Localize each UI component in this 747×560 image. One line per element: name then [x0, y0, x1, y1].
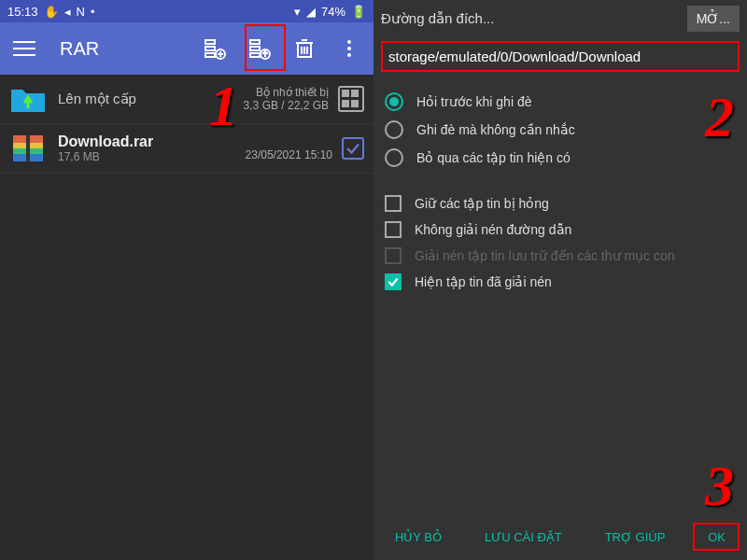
dot-icon: •	[91, 5, 95, 19]
options-group: Hỏi trước khi ghi đè Ghi đè mà không cần…	[374, 76, 747, 307]
hand-icon: ✋	[44, 5, 59, 19]
radio-skip-existing[interactable]: Bỏ qua các tập tin hiện có	[385, 148, 736, 167]
menu-icon[interactable]	[7, 32, 41, 65]
battery-percent: 74%	[321, 5, 345, 19]
up-one-level-row[interactable]: Lên một cấp Bộ nhớ thiết bị 3,3 GB / 22,…	[0, 75, 374, 124]
svg-point-21	[347, 53, 351, 57]
app-bar: RAR	[0, 22, 374, 75]
checkbox-disabled-icon	[385, 247, 402, 264]
storage-label: Bộ nhớ thiết bị	[244, 86, 329, 99]
delete-icon[interactable]	[288, 32, 321, 65]
signal-icon: ◢	[306, 5, 316, 19]
rar-file-icon	[9, 133, 47, 163]
destination-path[interactable]: storage/emulated/0/Download/Download	[381, 41, 740, 72]
svg-rect-3	[205, 40, 215, 44]
wifi-icon: ▾	[294, 5, 301, 19]
svg-rect-2	[13, 54, 35, 56]
check-no-paths[interactable]: Không giải nén đường dẫn	[385, 221, 736, 238]
svg-rect-9	[250, 40, 260, 44]
extract-options-screen: Đường dẫn đích... MỞ... storage/emulated…	[374, 0, 747, 560]
save-settings-button[interactable]: LƯU CÀI ĐẶT	[481, 523, 566, 552]
destination-label: Đường dẫn đích...	[381, 10, 680, 27]
radio-ask-overwrite[interactable]: Hỏi trước khi ghi đè	[385, 92, 736, 111]
radio-unselected-icon	[385, 120, 403, 139]
check-show-extracted[interactable]: Hiện tập tin đã giải nén	[385, 273, 736, 290]
radio-overwrite-no-ask[interactable]: Ghi đè mà không cần nhắc	[385, 120, 736, 139]
radio-label: Hỏi trước khi ghi đè	[416, 94, 531, 109]
radio-label: Ghi đè mà không cần nhắc	[416, 122, 575, 137]
svg-rect-5	[205, 53, 215, 57]
check-subfolders: Giải nén tập tin lưu trữ đến các thư mục…	[385, 247, 736, 264]
radio-label: Bỏ qua các tập tin hiện có	[416, 150, 571, 165]
extract-icon[interactable]	[243, 32, 276, 65]
battery-icon: 🔋	[351, 5, 366, 19]
archive-add-icon[interactable]	[198, 32, 232, 65]
radio-selected-icon	[385, 92, 403, 111]
up-label: Lên một cấp	[58, 91, 244, 107]
file-checkbox[interactable]	[342, 137, 364, 160]
svg-rect-10	[250, 47, 260, 50]
check-keep-broken[interactable]: Giữ các tập tin bị hỏng	[385, 195, 736, 212]
rar-file-list-screen: 15:13 ✋ ◂ N • ▾ ◢ 74% 🔋 RAR	[0, 0, 374, 560]
more-icon[interactable]	[332, 32, 366, 65]
status-bar: 15:13 ✋ ◂ N • ▾ ◢ 74% 🔋	[0, 0, 374, 22]
svg-rect-4	[205, 47, 215, 50]
status-time: 15:13	[7, 5, 38, 19]
open-button[interactable]: MỞ...	[687, 6, 740, 32]
check-label: Giải nén tập tin lưu trữ đến các thư mục…	[415, 248, 675, 263]
svg-rect-27	[26, 135, 30, 161]
file-size: 17,6 MB	[58, 150, 246, 163]
cancel-button[interactable]: HỦY BỎ	[391, 523, 445, 552]
arrow-left-icon: ◂	[64, 5, 71, 19]
app-title: RAR	[60, 38, 187, 60]
svg-rect-11	[250, 53, 260, 57]
help-button[interactable]: TRỢ GIÚP	[601, 523, 669, 552]
file-name: Download.rar	[58, 133, 246, 150]
svg-rect-0	[13, 41, 35, 43]
radio-unselected-icon	[385, 148, 403, 167]
check-label: Hiện tập tin đã giải nén	[415, 274, 552, 289]
folder-up-icon	[9, 84, 47, 114]
check-label: Giữ các tập tin bị hỏng	[415, 196, 549, 211]
storage-size: 3,3 GB / 22,2 GB	[244, 99, 329, 112]
check-label: Không giải nén đường dẫn	[415, 222, 571, 237]
svg-point-19	[347, 40, 351, 44]
netflix-icon: N	[77, 5, 85, 19]
checkbox-checked-icon	[385, 273, 402, 290]
view-grid-icon[interactable]	[338, 86, 364, 112]
annotation-3: 3	[705, 453, 734, 519]
bottom-button-bar: HỦY BỎ LƯU CÀI ĐẶT TRỢ GIÚP OK	[374, 513, 747, 560]
svg-point-20	[347, 47, 351, 50]
ok-button[interactable]: OK	[704, 523, 729, 552]
checkbox-unchecked-icon	[385, 221, 402, 238]
file-date: 23/05/2021 15:10	[246, 148, 332, 161]
svg-rect-1	[13, 48, 35, 49]
file-row[interactable]: Download.rar 17,6 MB 23/05/2021 15:10	[0, 124, 374, 174]
checkbox-unchecked-icon	[385, 195, 402, 212]
